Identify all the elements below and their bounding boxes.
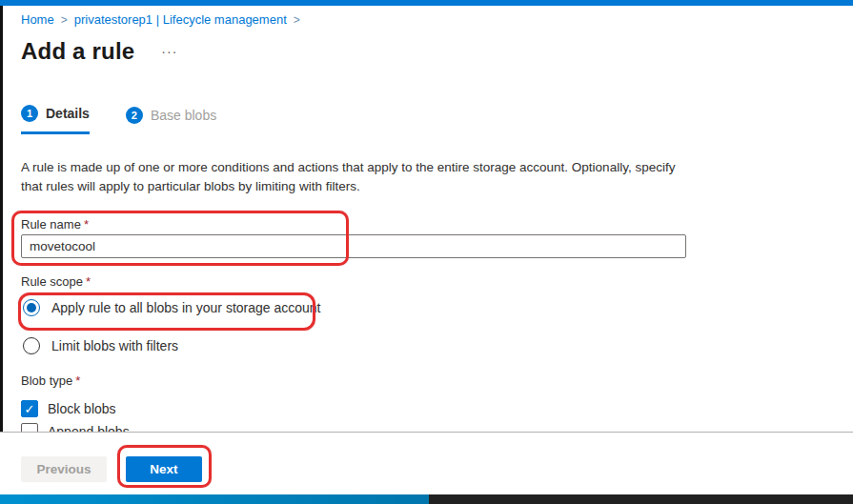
- breadcrumb-separator-icon: >: [294, 13, 300, 27]
- add-rule-page: Home>privatestorep1 | Lifecycle manageme…: [0, 0, 853, 504]
- tab-base-blobs[interactable]: 2 Base blobs: [126, 105, 216, 134]
- radio-apply-all-blobs[interactable]: Apply rule to all blobs in your storage …: [23, 299, 321, 316]
- tab-details-label: Details: [46, 106, 90, 121]
- rule-name-label: Rule name*: [21, 217, 89, 232]
- breadcrumb-home-link[interactable]: Home: [21, 12, 54, 27]
- checkbox-block-blobs[interactable]: ✓ Block blobs: [21, 400, 116, 417]
- checkmark-icon: ✓: [25, 403, 35, 415]
- previous-button[interactable]: Previous: [21, 456, 107, 482]
- page-title: Add a rule: [21, 38, 134, 65]
- step-2-badge: 2: [126, 107, 143, 124]
- radio-apply-all-blobs-label: Apply rule to all blobs in your storage …: [51, 300, 321, 315]
- breadcrumb: Home>privatestorep1 | Lifecycle manageme…: [21, 12, 307, 27]
- wizard-footer: Previous Next: [0, 432, 853, 494]
- bottom-taskbar-blue-segment: [0, 494, 429, 504]
- blob-type-label: Blob type*: [21, 373, 80, 388]
- next-button[interactable]: Next: [126, 456, 202, 482]
- tab-details[interactable]: 1 Details: [21, 105, 90, 134]
- rule-scope-label: Rule scope*: [21, 274, 91, 289]
- radio-selected-icon: [23, 299, 40, 316]
- radio-unselected-icon: [23, 337, 40, 354]
- rule-description-text: A rule is made up of one or more conditi…: [21, 158, 688, 195]
- breadcrumb-separator-icon: >: [61, 13, 68, 27]
- page-header: Add a rule ···: [21, 38, 177, 65]
- more-options-icon[interactable]: ···: [161, 44, 177, 59]
- radio-limit-blobs-filters[interactable]: Limit blobs with filters: [23, 337, 178, 354]
- required-asterisk: *: [86, 274, 91, 289]
- rule-name-input[interactable]: [21, 234, 686, 258]
- window-top-accent-bar: [0, 0, 853, 6]
- checkbox-block-blobs-label: Block blobs: [48, 401, 116, 416]
- wizard-tabs: 1 Details 2 Base blobs: [21, 105, 216, 134]
- tab-base-blobs-label: Base blobs: [151, 108, 216, 123]
- bottom-taskbar-strip: [0, 494, 853, 504]
- required-asterisk: *: [75, 373, 80, 388]
- required-asterisk: *: [84, 217, 89, 232]
- window-left-edge: [0, 6, 3, 504]
- step-1-badge: 1: [21, 105, 38, 122]
- radio-limit-blobs-filters-label: Limit blobs with filters: [51, 338, 178, 353]
- breadcrumb-lifecycle-link[interactable]: privatestorep1 | Lifecycle management: [74, 12, 287, 27]
- checkbox-checked-icon: ✓: [21, 400, 38, 417]
